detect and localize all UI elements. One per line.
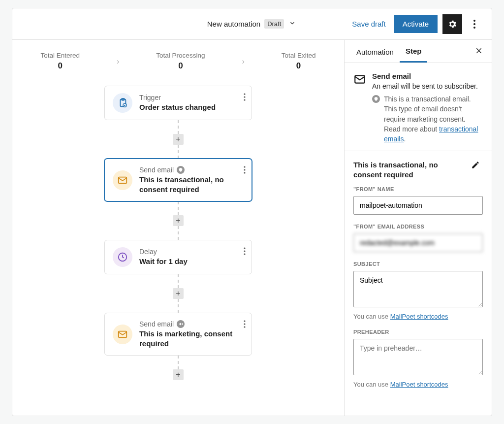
svg-point-18 xyxy=(244,320,245,322)
svg-point-15 xyxy=(244,250,245,252)
step-title: Order status changed xyxy=(139,102,244,112)
connector xyxy=(178,274,179,288)
stat-label: Total Entered xyxy=(40,52,80,59)
svg-point-20 xyxy=(244,326,245,327)
step-title: Wait for 1 day xyxy=(139,257,244,266)
helper-text: You can use MailPoet shortcodes xyxy=(353,313,483,320)
svg-point-11 xyxy=(244,169,245,170)
from-email-field: "FROM" EMAIL ADDRESS xyxy=(353,224,483,252)
mail-icon xyxy=(113,170,132,190)
trigger-icon xyxy=(113,93,132,113)
step-more-button[interactable] xyxy=(242,318,248,331)
svg-point-7 xyxy=(244,96,245,98)
automation-canvas: Total Entered 0 › Total Processing 0 › T… xyxy=(12,40,344,416)
step-card-send-email[interactable]: Send email This is marketing, consent re… xyxy=(104,313,252,356)
close-icon xyxy=(475,47,483,55)
step-info-section: Send email An email will be sent to subs… xyxy=(345,63,492,151)
add-step-button[interactable]: + xyxy=(173,288,184,299)
tab-step[interactable]: Step xyxy=(400,40,428,63)
step-more-button[interactable] xyxy=(242,245,248,259)
step-type-label: Send email xyxy=(139,166,244,174)
sidebar-step-title: Send email xyxy=(372,72,483,80)
step-type-label: Trigger xyxy=(139,94,244,101)
stat-label: Total Processing xyxy=(156,52,205,59)
step-more-button[interactable] xyxy=(242,164,248,177)
add-step-button[interactable]: + xyxy=(173,215,184,226)
stat-value: 0 xyxy=(282,61,316,71)
transactional-info: This is a transactional email. This type… xyxy=(372,94,483,144)
svg-point-2 xyxy=(473,27,475,29)
info-badge-icon xyxy=(372,95,380,103)
shortcodes-link[interactable]: MailPoet shortcodes xyxy=(390,313,448,320)
stat-value: 0 xyxy=(40,61,80,71)
email-name-title: This is transactional, no consent requir… xyxy=(353,160,462,179)
edit-email-button[interactable] xyxy=(468,160,483,171)
from-name-input[interactable] xyxy=(353,196,483,215)
add-step-button[interactable]: + xyxy=(173,134,184,145)
step-card-trigger[interactable]: Trigger Order status changed xyxy=(104,86,252,120)
pencil-icon xyxy=(471,161,480,169)
step-card-delay[interactable]: Delay Wait for 1 day xyxy=(104,240,252,274)
subject-input[interactable] xyxy=(353,271,483,307)
activate-button[interactable]: Activate xyxy=(394,15,438,33)
connector xyxy=(178,356,179,369)
kebab-icon xyxy=(473,20,475,29)
subject-field: SUBJECT You can use MailPoet shortcodes xyxy=(353,261,483,320)
toolbar-more-button[interactable] xyxy=(467,14,482,34)
svg-point-0 xyxy=(473,20,475,22)
chevron-right-icon: › xyxy=(117,57,119,66)
svg-point-1 xyxy=(473,23,475,25)
connector xyxy=(178,120,179,134)
shortcodes-link[interactable]: MailPoet shortcodes xyxy=(390,381,448,388)
step-type-label: Send email xyxy=(139,320,244,328)
stat-label: Total Exited xyxy=(282,52,316,59)
field-label: SUBJECT xyxy=(353,261,483,267)
status-chip: Draft xyxy=(264,19,284,29)
mail-icon xyxy=(113,325,132,344)
connector xyxy=(178,226,179,240)
preheader-field: PREHEADER You can use MailPoet shortcode… xyxy=(353,329,483,388)
automation-title: New automation xyxy=(207,20,260,28)
svg-point-12 xyxy=(244,172,245,173)
sidebar-step-description: An email will be sent to subscriber. xyxy=(372,82,483,90)
step-card-send-email[interactable]: Send email This is transactional, no con… xyxy=(104,159,252,201)
from-name-field: "FROM" NAME xyxy=(353,186,483,215)
helper-text: You can use MailPoet shortcodes xyxy=(353,381,483,388)
stat-exited: Total Exited 0 xyxy=(282,52,316,71)
transactional-badge-icon xyxy=(177,166,185,174)
chevron-down-icon xyxy=(289,20,296,27)
settings-button[interactable] xyxy=(442,14,462,34)
stat-processing: Total Processing 0 xyxy=(156,52,205,71)
svg-point-10 xyxy=(244,166,245,167)
field-label: "FROM" NAME xyxy=(353,186,483,192)
sidebar-close-button[interactable] xyxy=(472,44,486,59)
svg-point-8 xyxy=(244,99,245,100)
gear-icon xyxy=(447,19,457,29)
svg-point-6 xyxy=(244,93,245,95)
stats-row: Total Entered 0 › Total Processing 0 › T… xyxy=(22,52,334,71)
connector xyxy=(178,145,179,159)
step-more-button[interactable] xyxy=(242,91,248,104)
clock-icon xyxy=(113,247,132,267)
step-title: This is marketing, consent required xyxy=(139,329,244,348)
top-toolbar: New automation Draft Save draft Activate xyxy=(12,8,492,40)
stat-entered: Total Entered 0 xyxy=(40,52,80,71)
connector xyxy=(178,299,179,313)
preheader-input[interactable] xyxy=(353,339,483,375)
field-label: "FROM" EMAIL ADDRESS xyxy=(353,224,483,229)
step-title: This is transactional, no consent requir… xyxy=(139,175,244,194)
from-email-input[interactable] xyxy=(353,233,483,252)
svg-point-14 xyxy=(244,247,245,249)
svg-point-16 xyxy=(244,253,245,255)
save-draft-button[interactable]: Save draft xyxy=(349,19,388,29)
title-dropdown-button[interactable] xyxy=(288,19,297,29)
field-label: PREHEADER xyxy=(353,329,483,335)
stat-value: 0 xyxy=(156,61,205,71)
marketing-badge-icon xyxy=(177,320,185,328)
svg-point-19 xyxy=(244,323,245,325)
sidebar-tabs: Automation Step xyxy=(345,40,492,63)
step-type-label: Delay xyxy=(139,248,244,256)
mail-icon xyxy=(353,73,366,87)
tab-automation[interactable]: Automation xyxy=(350,41,400,62)
add-step-button[interactable]: + xyxy=(173,369,184,380)
